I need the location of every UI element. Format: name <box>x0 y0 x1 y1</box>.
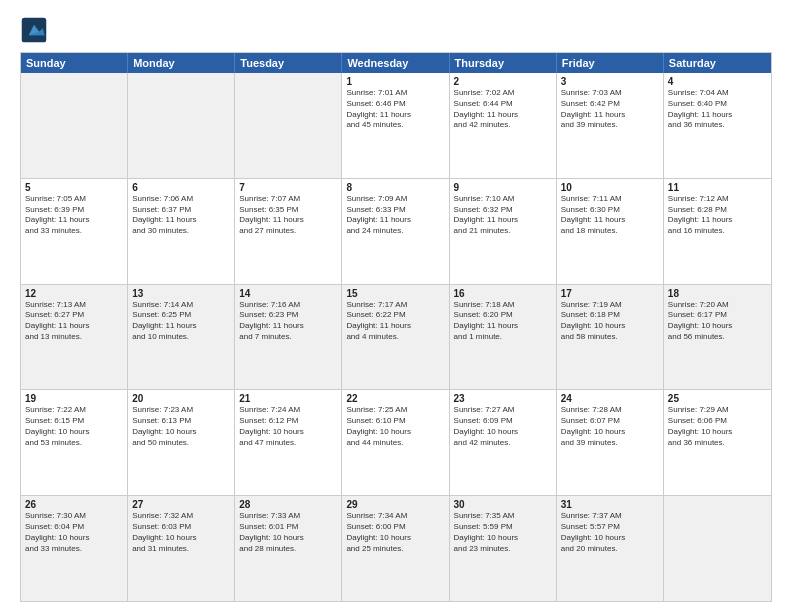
page: SundayMondayTuesdayWednesdayThursdayFrid… <box>0 0 792 612</box>
day-info: Sunrise: 7:16 AM Sunset: 6:23 PM Dayligh… <box>239 300 337 343</box>
day-info: Sunrise: 7:33 AM Sunset: 6:01 PM Dayligh… <box>239 511 337 554</box>
day-number: 2 <box>454 76 552 87</box>
calendar-cell: 26Sunrise: 7:30 AM Sunset: 6:04 PM Dayli… <box>21 496 128 601</box>
day-number: 24 <box>561 393 659 404</box>
calendar-cell: 10Sunrise: 7:11 AM Sunset: 6:30 PM Dayli… <box>557 179 664 284</box>
calendar-cell: 6Sunrise: 7:06 AM Sunset: 6:37 PM Daylig… <box>128 179 235 284</box>
weekday-header: Wednesday <box>342 53 449 73</box>
calendar-cell: 18Sunrise: 7:20 AM Sunset: 6:17 PM Dayli… <box>664 285 771 390</box>
calendar-row: 1Sunrise: 7:01 AM Sunset: 6:46 PM Daylig… <box>21 73 771 178</box>
day-number: 9 <box>454 182 552 193</box>
day-number: 15 <box>346 288 444 299</box>
weekday-header: Tuesday <box>235 53 342 73</box>
day-number: 8 <box>346 182 444 193</box>
calendar-row: 19Sunrise: 7:22 AM Sunset: 6:15 PM Dayli… <box>21 389 771 495</box>
day-number: 16 <box>454 288 552 299</box>
day-info: Sunrise: 7:17 AM Sunset: 6:22 PM Dayligh… <box>346 300 444 343</box>
logo <box>20 16 52 44</box>
day-info: Sunrise: 7:18 AM Sunset: 6:20 PM Dayligh… <box>454 300 552 343</box>
day-number: 1 <box>346 76 444 87</box>
day-info: Sunrise: 7:20 AM Sunset: 6:17 PM Dayligh… <box>668 300 767 343</box>
day-number: 14 <box>239 288 337 299</box>
calendar-cell: 7Sunrise: 7:07 AM Sunset: 6:35 PM Daylig… <box>235 179 342 284</box>
day-info: Sunrise: 7:23 AM Sunset: 6:13 PM Dayligh… <box>132 405 230 448</box>
calendar-cell: 22Sunrise: 7:25 AM Sunset: 6:10 PM Dayli… <box>342 390 449 495</box>
calendar-cell <box>664 496 771 601</box>
day-info: Sunrise: 7:32 AM Sunset: 6:03 PM Dayligh… <box>132 511 230 554</box>
calendar-cell: 20Sunrise: 7:23 AM Sunset: 6:13 PM Dayli… <box>128 390 235 495</box>
calendar-row: 26Sunrise: 7:30 AM Sunset: 6:04 PM Dayli… <box>21 495 771 601</box>
day-info: Sunrise: 7:13 AM Sunset: 6:27 PM Dayligh… <box>25 300 123 343</box>
day-number: 3 <box>561 76 659 87</box>
calendar-cell: 16Sunrise: 7:18 AM Sunset: 6:20 PM Dayli… <box>450 285 557 390</box>
calendar-cell: 1Sunrise: 7:01 AM Sunset: 6:46 PM Daylig… <box>342 73 449 178</box>
weekday-header: Thursday <box>450 53 557 73</box>
logo-icon <box>20 16 48 44</box>
calendar-cell: 17Sunrise: 7:19 AM Sunset: 6:18 PM Dayli… <box>557 285 664 390</box>
day-info: Sunrise: 7:09 AM Sunset: 6:33 PM Dayligh… <box>346 194 444 237</box>
day-info: Sunrise: 7:25 AM Sunset: 6:10 PM Dayligh… <box>346 405 444 448</box>
calendar-row: 12Sunrise: 7:13 AM Sunset: 6:27 PM Dayli… <box>21 284 771 390</box>
calendar-cell: 28Sunrise: 7:33 AM Sunset: 6:01 PM Dayli… <box>235 496 342 601</box>
day-info: Sunrise: 7:04 AM Sunset: 6:40 PM Dayligh… <box>668 88 767 131</box>
calendar-body: 1Sunrise: 7:01 AM Sunset: 6:46 PM Daylig… <box>21 73 771 601</box>
day-number: 19 <box>25 393 123 404</box>
day-info: Sunrise: 7:19 AM Sunset: 6:18 PM Dayligh… <box>561 300 659 343</box>
day-number: 10 <box>561 182 659 193</box>
day-number: 18 <box>668 288 767 299</box>
day-number: 29 <box>346 499 444 510</box>
day-number: 26 <box>25 499 123 510</box>
calendar-row: 5Sunrise: 7:05 AM Sunset: 6:39 PM Daylig… <box>21 178 771 284</box>
calendar-cell: 13Sunrise: 7:14 AM Sunset: 6:25 PM Dayli… <box>128 285 235 390</box>
day-number: 30 <box>454 499 552 510</box>
weekday-header: Monday <box>128 53 235 73</box>
calendar-cell <box>21 73 128 178</box>
day-number: 28 <box>239 499 337 510</box>
day-info: Sunrise: 7:24 AM Sunset: 6:12 PM Dayligh… <box>239 405 337 448</box>
day-info: Sunrise: 7:06 AM Sunset: 6:37 PM Dayligh… <box>132 194 230 237</box>
weekday-header: Sunday <box>21 53 128 73</box>
day-number: 22 <box>346 393 444 404</box>
calendar-cell: 15Sunrise: 7:17 AM Sunset: 6:22 PM Dayli… <box>342 285 449 390</box>
calendar-cell: 12Sunrise: 7:13 AM Sunset: 6:27 PM Dayli… <box>21 285 128 390</box>
day-info: Sunrise: 7:01 AM Sunset: 6:46 PM Dayligh… <box>346 88 444 131</box>
day-info: Sunrise: 7:34 AM Sunset: 6:00 PM Dayligh… <box>346 511 444 554</box>
day-info: Sunrise: 7:07 AM Sunset: 6:35 PM Dayligh… <box>239 194 337 237</box>
day-number: 11 <box>668 182 767 193</box>
day-info: Sunrise: 7:30 AM Sunset: 6:04 PM Dayligh… <box>25 511 123 554</box>
calendar-cell: 27Sunrise: 7:32 AM Sunset: 6:03 PM Dayli… <box>128 496 235 601</box>
day-number: 27 <box>132 499 230 510</box>
calendar-cell: 2Sunrise: 7:02 AM Sunset: 6:44 PM Daylig… <box>450 73 557 178</box>
weekday-header: Friday <box>557 53 664 73</box>
calendar-cell: 11Sunrise: 7:12 AM Sunset: 6:28 PM Dayli… <box>664 179 771 284</box>
day-info: Sunrise: 7:22 AM Sunset: 6:15 PM Dayligh… <box>25 405 123 448</box>
day-info: Sunrise: 7:05 AM Sunset: 6:39 PM Dayligh… <box>25 194 123 237</box>
day-number: 5 <box>25 182 123 193</box>
day-info: Sunrise: 7:02 AM Sunset: 6:44 PM Dayligh… <box>454 88 552 131</box>
day-info: Sunrise: 7:29 AM Sunset: 6:06 PM Dayligh… <box>668 405 767 448</box>
calendar-cell: 25Sunrise: 7:29 AM Sunset: 6:06 PM Dayli… <box>664 390 771 495</box>
day-info: Sunrise: 7:28 AM Sunset: 6:07 PM Dayligh… <box>561 405 659 448</box>
day-number: 6 <box>132 182 230 193</box>
calendar: SundayMondayTuesdayWednesdayThursdayFrid… <box>20 52 772 602</box>
calendar-cell: 24Sunrise: 7:28 AM Sunset: 6:07 PM Dayli… <box>557 390 664 495</box>
calendar-cell: 23Sunrise: 7:27 AM Sunset: 6:09 PM Dayli… <box>450 390 557 495</box>
calendar-cell: 29Sunrise: 7:34 AM Sunset: 6:00 PM Dayli… <box>342 496 449 601</box>
day-info: Sunrise: 7:27 AM Sunset: 6:09 PM Dayligh… <box>454 405 552 448</box>
calendar-cell <box>128 73 235 178</box>
calendar-cell: 4Sunrise: 7:04 AM Sunset: 6:40 PM Daylig… <box>664 73 771 178</box>
day-info: Sunrise: 7:12 AM Sunset: 6:28 PM Dayligh… <box>668 194 767 237</box>
day-number: 21 <box>239 393 337 404</box>
calendar-cell: 5Sunrise: 7:05 AM Sunset: 6:39 PM Daylig… <box>21 179 128 284</box>
calendar-cell: 8Sunrise: 7:09 AM Sunset: 6:33 PM Daylig… <box>342 179 449 284</box>
day-info: Sunrise: 7:35 AM Sunset: 5:59 PM Dayligh… <box>454 511 552 554</box>
day-number: 20 <box>132 393 230 404</box>
header <box>20 16 772 44</box>
day-number: 13 <box>132 288 230 299</box>
calendar-cell: 19Sunrise: 7:22 AM Sunset: 6:15 PM Dayli… <box>21 390 128 495</box>
calendar-cell: 14Sunrise: 7:16 AM Sunset: 6:23 PM Dayli… <box>235 285 342 390</box>
calendar-cell: 21Sunrise: 7:24 AM Sunset: 6:12 PM Dayli… <box>235 390 342 495</box>
day-number: 12 <box>25 288 123 299</box>
calendar-cell <box>235 73 342 178</box>
calendar-cell: 9Sunrise: 7:10 AM Sunset: 6:32 PM Daylig… <box>450 179 557 284</box>
